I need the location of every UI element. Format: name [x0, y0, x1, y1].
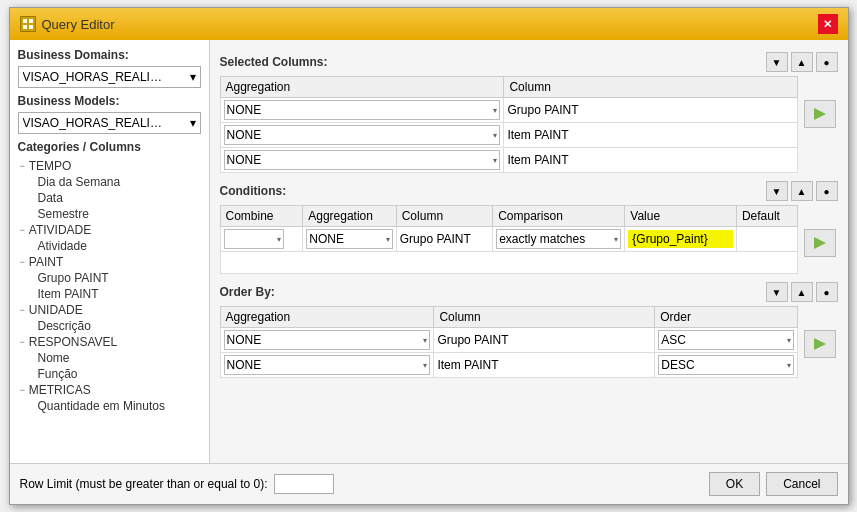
- ob-order-select-2[interactable]: DESC ▾: [658, 355, 793, 375]
- ok-cancel-area: OK Cancel: [709, 472, 838, 496]
- cond-agg-1: NONE ▾: [303, 227, 396, 252]
- query-editor-dialog: Query Editor ✕ Business Domains: VISAO_H…: [9, 7, 849, 505]
- conditions-up-btn[interactable]: ▲: [791, 181, 813, 201]
- business-domains-value: VISAO_HORAS_REALIZAD....: [23, 70, 163, 84]
- ob-agg-select-2[interactable]: NONE ▾: [224, 355, 431, 375]
- add-condition-button[interactable]: [804, 229, 836, 257]
- tree-item-PAINT[interactable]: − PAINT: [18, 254, 201, 270]
- tree-item-atividade[interactable]: Atividade: [18, 238, 201, 254]
- chevron-icon10: ▾: [787, 361, 791, 370]
- chevron-down-icon: ▾: [190, 70, 196, 84]
- tree-item-semestre[interactable]: Semestre: [18, 206, 201, 222]
- order-by-remove-btn[interactable]: ●: [816, 282, 838, 302]
- selected-columns-main: Aggregation Column NONE ▾: [220, 76, 798, 173]
- cond-col-value: Value: [625, 206, 737, 227]
- business-models-select[interactable]: VISAO_HORAS_REALIZAD... ▾: [18, 112, 201, 134]
- tree-item-ATIVIDADE[interactable]: − ATIVIDADE: [18, 222, 201, 238]
- tree-item-dia-da-semana[interactable]: Dia da Semana: [18, 174, 201, 190]
- minus-icon3: −: [20, 257, 25, 267]
- svg-rect-0: [23, 19, 27, 23]
- minus-icon4: −: [20, 305, 25, 315]
- cond-combine-1: ▾: [220, 227, 303, 252]
- tree-item-nome[interactable]: Nome: [18, 350, 201, 366]
- order-by-down-btn[interactable]: ▼: [766, 282, 788, 302]
- order-by-up-btn[interactable]: ▲: [791, 282, 813, 302]
- selected-columns-up-btn[interactable]: ▲: [791, 52, 813, 72]
- sc-agg-select-2[interactable]: NONE ▾: [224, 125, 501, 145]
- cond-agg-select-1[interactable]: NONE ▾: [306, 229, 392, 249]
- chevron-icon: ▾: [493, 106, 497, 115]
- chevron-icon7: ▾: [423, 336, 427, 345]
- left-panel: Business Domains: VISAO_HORAS_REALIZAD..…: [10, 40, 210, 463]
- tree-item-item-paint[interactable]: Item PAINT: [18, 286, 201, 302]
- app-icon: [20, 16, 36, 32]
- ob-col-1: Grupo PAINT: [434, 328, 655, 353]
- selected-columns-remove-btn[interactable]: ●: [816, 52, 838, 72]
- order-by-controls: ▼ ▲ ●: [766, 282, 838, 302]
- ob-order-1: ASC ▾: [655, 328, 797, 353]
- minus-icon: −: [20, 161, 25, 171]
- order-by-table: Aggregation Column Order NONE ▾: [220, 306, 798, 378]
- chevron-icon4: ▾: [277, 235, 281, 244]
- ob-order-2: DESC ▾: [655, 353, 797, 378]
- sc-agg-select-1[interactable]: NONE ▾: [224, 100, 501, 120]
- cond-value-cell-1[interactable]: {Grupo_Paint}: [628, 230, 733, 248]
- selected-columns-controls: ▼ ▲ ●: [766, 52, 838, 72]
- tree-item-RESPONSAVEL[interactable]: − RESPONSAVEL: [18, 334, 201, 350]
- conditions-header: Conditions: ▼ ▲ ●: [220, 181, 838, 201]
- add-selected-column-button[interactable]: [804, 100, 836, 128]
- business-domains-select[interactable]: VISAO_HORAS_REALIZAD.... ▾: [18, 66, 201, 88]
- cond-comparison-select-1[interactable]: exactly matches ▾: [496, 229, 621, 249]
- row-limit-input[interactable]: [274, 474, 334, 494]
- conditions-down-btn[interactable]: ▼: [766, 181, 788, 201]
- tree-item-descricao[interactable]: Descrição: [18, 318, 201, 334]
- ob-agg-1: NONE ▾: [220, 328, 434, 353]
- cond-column-1: Grupo PAINT: [396, 227, 492, 252]
- conditions-controls: ▼ ▲ ●: [766, 181, 838, 201]
- tree-item-data[interactable]: Data: [18, 190, 201, 206]
- minus-icon2: −: [20, 225, 25, 235]
- tree-item-TEMPO[interactable]: − TEMPO: [18, 158, 201, 174]
- cond-comparison-1: exactly matches ▾: [493, 227, 625, 252]
- tree-item-grupo-paint[interactable]: Grupo PAINT: [18, 270, 201, 286]
- cond-col-column: Column: [396, 206, 492, 227]
- svg-marker-5: [814, 237, 826, 249]
- table-row: NONE ▾ Item PAINT DESC ▾: [220, 353, 797, 378]
- cond-col-default: Default: [736, 206, 797, 227]
- order-by-header: Order By: ▼ ▲ ●: [220, 282, 838, 302]
- tree-item-quantidade[interactable]: Quantidade em Minutos: [18, 398, 201, 414]
- svg-rect-3: [29, 25, 33, 29]
- sc-col-2: Item PAINT: [504, 123, 797, 148]
- ok-button[interactable]: OK: [709, 472, 760, 496]
- ob-agg-2: NONE ▾: [220, 353, 434, 378]
- svg-rect-1: [29, 19, 33, 23]
- tree-item-METRICAS[interactable]: − METRICAS: [18, 382, 201, 398]
- add-order-by-button[interactable]: [804, 330, 836, 358]
- cond-value-1[interactable]: {Grupo_Paint}: [625, 227, 737, 252]
- table-row: NONE ▾ Item PAINT: [220, 148, 797, 173]
- conditions-main: Combine Aggregation Column Comparison Va…: [220, 205, 798, 274]
- tree-item-UNIDADE[interactable]: − UNIDADE: [18, 302, 201, 318]
- svg-marker-4: [814, 108, 826, 120]
- tree-item-funcao[interactable]: Função: [18, 366, 201, 382]
- conditions-title: Conditions:: [220, 184, 287, 198]
- right-panel: Selected Columns: ▼ ▲ ● Aggregation Colu…: [210, 40, 848, 463]
- ob-col-2: Item PAINT: [434, 353, 655, 378]
- ob-order-select-1[interactable]: ASC ▾: [658, 330, 793, 350]
- chevron-icon6: ▾: [614, 235, 618, 244]
- conditions-table: Combine Aggregation Column Comparison Va…: [220, 205, 798, 274]
- conditions-remove-btn[interactable]: ●: [816, 181, 838, 201]
- cond-combine-select-1[interactable]: ▾: [224, 229, 284, 249]
- selected-columns-title: Selected Columns:: [220, 55, 328, 69]
- cond-default-1: [736, 227, 797, 252]
- svg-marker-6: [814, 338, 826, 350]
- close-button[interactable]: ✕: [818, 14, 838, 34]
- business-models-value: VISAO_HORAS_REALIZAD...: [23, 116, 163, 130]
- sc-col-1: Grupo PAINT: [504, 98, 797, 123]
- ob-agg-select-1[interactable]: NONE ▾: [224, 330, 431, 350]
- chevron-icon3: ▾: [493, 156, 497, 165]
- cancel-button[interactable]: Cancel: [766, 472, 837, 496]
- sc-agg-select-3[interactable]: NONE ▾: [224, 150, 501, 170]
- selected-columns-section: Aggregation Column NONE ▾: [220, 76, 838, 173]
- selected-columns-down-btn[interactable]: ▼: [766, 52, 788, 72]
